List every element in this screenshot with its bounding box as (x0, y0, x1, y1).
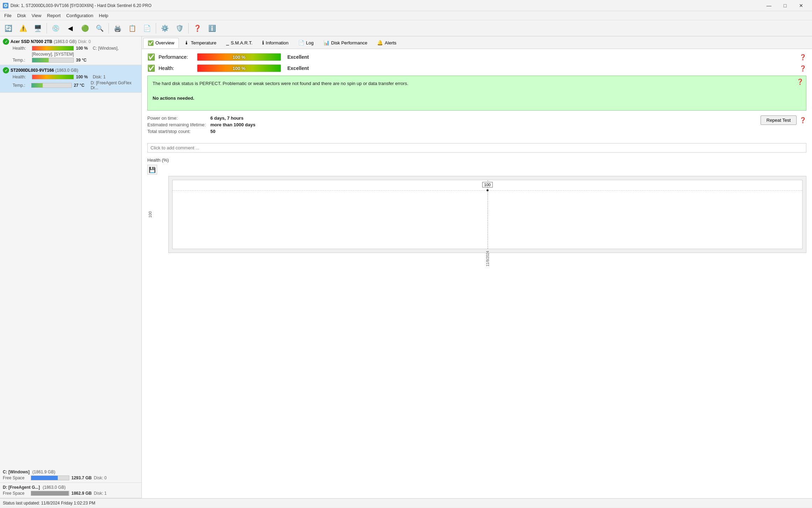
temp-bar-container-1 (31, 83, 72, 88)
disk-item-1[interactable]: ✓ ST2000DL003-9VT166 (1863.0 GB) Health:… (0, 65, 141, 93)
disk-temp-row-1: Temp.: 27 °C D: [FreeAgent GoFlex Dr... (3, 80, 139, 90)
tab-log[interactable]: 📄 Log (294, 37, 318, 48)
menu-report[interactable]: Report (44, 12, 63, 19)
ok-button[interactable]: 🟢 (78, 21, 92, 35)
tab-temperature[interactable]: 🌡 Temperature (180, 37, 221, 48)
chart-save-button[interactable]: 💾 (147, 165, 157, 175)
freespace-text-d: 1862.9 GB (71, 491, 92, 496)
disk-status-0: ✓ (3, 38, 9, 45)
chart-y-axis: 100 (148, 176, 152, 253)
health-bar-0 (32, 46, 74, 50)
refresh-button[interactable]: 🔄 (1, 21, 15, 35)
temp-text-0: 39 °C (76, 58, 93, 63)
comment-input[interactable] (147, 143, 806, 153)
health-label-1: Health: (13, 75, 32, 79)
copy-button[interactable]: 📋 (125, 21, 139, 35)
health-help-icon[interactable]: ❓ (799, 65, 806, 72)
export-button[interactable]: 📄 (140, 21, 154, 35)
health-label-0: Health: (13, 46, 32, 51)
volume-diskref-c: Disk: 0 (94, 475, 107, 480)
tab-smart-label: S.M.A.R.T. (231, 40, 252, 45)
tab-disk-performance[interactable]: 📊 Disk Performance (319, 37, 372, 48)
menu-file[interactable]: File (1, 12, 14, 19)
alerts-icon: 🔔 (377, 40, 383, 45)
health-check-icon: ✅ (147, 64, 155, 72)
tab-disk-performance-label: Disk Performance (331, 40, 367, 45)
volume-bar-container-c (31, 475, 69, 480)
startstop-key: Total start/stop count: (147, 129, 210, 134)
back-button[interactable]: 💿 (49, 21, 63, 35)
shield-button[interactable]: 🛡️ (173, 21, 187, 35)
volume-size-d: (1863.0 GB) (43, 485, 65, 490)
freespace-label-c: Free Space (3, 475, 31, 480)
volume-name-d: D: [FreeAgent G...] (3, 485, 40, 490)
left-panel: ✓ Acer SSD N7000 2TB (1863.0 GB) Disk: 0… (0, 36, 142, 498)
repeat-test-button[interactable]: Repeat Test (761, 115, 797, 125)
tab-information[interactable]: ℹ Information (258, 37, 293, 48)
tab-temperature-label: Temperature (191, 40, 216, 45)
disk-button[interactable]: 🖥️ (31, 21, 45, 35)
temp-label-1: Temp.: (13, 83, 31, 88)
chart-wrapper: 100 100 (158, 176, 806, 253)
smart-icon: ⎯ (226, 40, 229, 45)
menu-help[interactable]: Help (96, 12, 111, 19)
temp-text-1: 27 °C (74, 83, 91, 88)
help-button[interactable]: ❓ (190, 21, 204, 35)
maximize-button[interactable]: □ (777, 0, 793, 11)
settings-button[interactable]: ⚙️ (158, 21, 172, 35)
no-action-text: No actions needed. (153, 96, 194, 101)
performance-help-icon[interactable]: ❓ (799, 54, 806, 61)
app-icon: 💿 (3, 3, 8, 8)
tab-smart[interactable]: ⎯ S.M.A.R.T. (222, 37, 257, 48)
performance-status: Excellent (287, 54, 309, 60)
chart-toolbar: 💾 (147, 165, 806, 175)
startstop-value: 50 (210, 129, 255, 134)
disk-health-info-0: C: [Windows], (93, 46, 119, 51)
zoom-button[interactable]: 🔍 (93, 21, 107, 35)
warning-button[interactable]: ⚠️ (16, 21, 30, 35)
back2-button[interactable]: ◀ (63, 21, 77, 35)
disk-size-1: (1863.0 GB) (55, 68, 78, 73)
overview-icon: ✅ (148, 40, 154, 46)
tab-overview-label: Overview (155, 40, 174, 45)
tab-overview[interactable]: ✅ Overview (143, 38, 179, 48)
info-repeat-row: Power on time: 6 days, 7 hours Estimated… (147, 115, 806, 139)
main-layout: ✓ Acer SSD N7000 2TB (1863.0 GB) Disk: 0… (0, 36, 812, 498)
title-bar-controls: — □ ✕ (761, 0, 809, 11)
volume-bar-container-d (31, 491, 69, 496)
menu-view[interactable]: View (29, 12, 44, 19)
info-grid: Power on time: 6 days, 7 hours Estimated… (147, 115, 255, 134)
print-button[interactable]: 🖨️ (111, 21, 125, 35)
status-message-help-icon[interactable]: ❓ (797, 78, 804, 85)
chart-title: Health (%) (147, 157, 806, 163)
volume-d[interactable]: D: [FreeAgent G...] (1863.0 GB) Free Spa… (0, 483, 141, 498)
title-bar-left: 💿 Disk: 1, ST2000DL003-9VT166 [5YD30X6N]… (3, 3, 152, 8)
disk-health-extra-0: [Recovery], [SYSTEM] (3, 52, 139, 57)
health-bar-container-1 (32, 75, 74, 79)
volume-bar-c (31, 476, 58, 480)
health-bar: 100 % (197, 64, 281, 72)
info-button[interactable]: ℹ️ (205, 21, 219, 35)
health-percent: 100 % (233, 66, 246, 71)
temp-bar-1 (31, 83, 43, 87)
menu-disk[interactable]: Disk (14, 12, 29, 19)
temp-label-0: Temp.: (13, 58, 32, 63)
close-button[interactable]: ✕ (793, 0, 809, 11)
volume-c[interactable]: C: [Windows] (1861.9 GB) Free Space 1293… (0, 467, 141, 483)
minimize-button[interactable]: — (761, 0, 777, 11)
chart-y-label: 100 (148, 211, 152, 218)
left-panel-spacer (0, 93, 141, 467)
title-bar: 💿 Disk: 1, ST2000DL003-9VT166 [5YD30X6N]… (0, 0, 812, 11)
disk-status-1: ✓ (3, 67, 9, 73)
disk-header-0: ✓ Acer SSD N7000 2TB (1863.0 GB) Disk: 0 (3, 38, 139, 45)
disk-num-0: Disk: 0 (78, 39, 91, 44)
disk-item-0[interactable]: ✓ Acer SSD N7000 2TB (1863.0 GB) Disk: 0… (0, 36, 141, 65)
menu-bar: File Disk View Report Configuration Help (0, 11, 812, 20)
health-text-0: 100 % (76, 46, 93, 51)
health-label: Health: (159, 65, 194, 71)
disk-health-info-1: Disk: 1 (93, 75, 106, 79)
tab-alerts[interactable]: 🔔 Alerts (372, 37, 401, 48)
chart-point-label: 100 (482, 182, 492, 188)
menu-configuration[interactable]: Configuration (63, 12, 96, 19)
repeat-test-help-icon[interactable]: ❓ (799, 117, 806, 124)
